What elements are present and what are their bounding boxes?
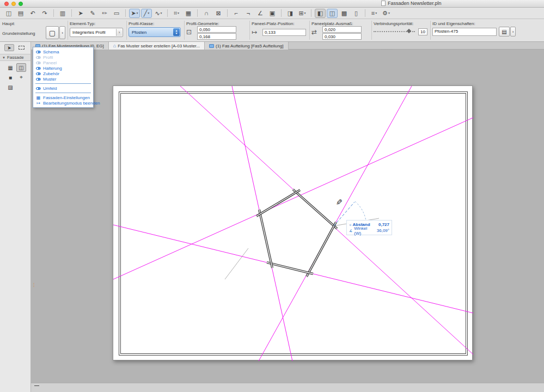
chevron-down-icon: ▾ <box>375 9 377 17</box>
profil-klasse-popup[interactable]: Pfosten ▲▼ <box>129 27 181 37</box>
marquee-tool[interactable] <box>16 44 26 51</box>
image-icon[interactable]: ▩ <box>339 9 350 18</box>
default-settings-chevron-button[interactable]: › <box>59 26 65 39</box>
tracker-distance-value: 0,727 <box>378 222 389 227</box>
gear-icon[interactable]: ⚙▾ <box>381 9 392 18</box>
list-icon[interactable]: ≡▾ <box>369 9 380 18</box>
properties-chevron-button[interactable]: › <box>510 27 516 36</box>
tracker-angle-label: Winkel (W) <box>354 226 375 236</box>
chevron-down-icon: ▾ <box>304 9 306 17</box>
properties-button[interactable]: ▤ <box>499 27 510 36</box>
print-icon[interactable]: ▥ <box>57 9 68 18</box>
chevron-down-icon: ▾ <box>137 9 138 17</box>
chevron-down-icon: ▾ <box>161 9 162 17</box>
eye-icon <box>36 78 41 81</box>
zoom-window-button[interactable] <box>19 2 23 6</box>
marquee-icon <box>19 46 25 50</box>
fassade-profile-tool[interactable]: ◫ <box>16 63 26 72</box>
priority-value-field[interactable]: 10 <box>418 28 427 35</box>
save-icon[interactable]: ◫ <box>3 9 14 18</box>
profil-geometrie-field-1[interactable]: 0,050 <box>197 26 236 33</box>
arrow-select-tool[interactable]: ➤ <box>4 44 14 51</box>
toolbar-separator <box>365 9 365 17</box>
toolbar-separator <box>53 9 54 17</box>
layout-icon <box>209 44 214 48</box>
cursor-arrow-icon[interactable]: ➤ <box>75 9 86 18</box>
grid-snap-icon[interactable]: ⌗▾ <box>171 9 182 18</box>
application-window: Fassaden Newsletter.pln ◫ ▤ ↶ ↷ ▥ ➤ ✎ ✏ … <box>0 0 544 392</box>
profil-geometrie-field-2[interactable]: 0,168 <box>197 33 236 40</box>
palette-item-muster[interactable]: Muster <box>33 76 93 82</box>
toolbox-section-fassade[interactable]: ▼ Fassade <box>0 54 30 61</box>
palette-item-profil[interactable]: Profil <box>33 54 93 60</box>
infobar-divider <box>126 21 127 40</box>
element-typ-dropdown[interactable]: Integriertes Profil › <box>70 28 123 37</box>
tab-muster-selber-erstellen[interactable]: ⌂ Fas Muster selber erstellen [A-03 Must… <box>109 42 205 50</box>
palette-item-umfeld[interactable]: Umfeld <box>33 85 93 91</box>
undo-icon[interactable]: ↶ <box>27 9 38 18</box>
palette-item-fassaden-einstellungen[interactable]: ▦ Fassaden-Einstellungen <box>33 95 93 100</box>
panel-view-icon[interactable]: ◧ <box>315 9 326 18</box>
palette-item-halterung[interactable]: Halterung <box>33 65 93 71</box>
settings-grid-icon: ▦ <box>36 95 41 100</box>
trim-icon[interactable]: ⌐ <box>231 9 242 18</box>
toolbar-separator <box>71 9 72 17</box>
layout-icon[interactable]: ⊞▾ <box>297 9 308 18</box>
id-icon[interactable]: ▣ <box>267 9 278 18</box>
window-title: Fassaden Newsletter.pln <box>388 1 442 6</box>
infobar-divider <box>309 21 310 40</box>
lock-icon[interactable]: ⊠ <box>213 9 224 18</box>
palette-item-schema[interactable]: Schema <box>33 49 93 54</box>
tab-aufteilung[interactable]: (1) Fas Aufteilung [Fas5 Aufteilung] <box>205 42 289 50</box>
eye-icon <box>36 67 41 70</box>
element-id-field[interactable]: Pfosten-475 <box>432 28 497 36</box>
toolbox-sidebar: ➤ ▼ Fassade ▦ ◫ ■ ⌖ ▨ <box>0 42 31 392</box>
priority-slider-handle[interactable] <box>407 29 411 33</box>
info-bar: Haupt: Grundeinstellung ▢ › Element-Typ:… <box>0 19 544 42</box>
snap-icon[interactable]: ∩ <box>201 9 212 18</box>
paneel-platz-field[interactable]: 0,133 <box>262 29 306 36</box>
grundeinstellung-label: Grundeinstellung <box>2 31 35 36</box>
document-icon[interactable]: ▯ <box>351 9 362 18</box>
profil-geometrie-label: Profil-Geometrie: <box>186 21 219 26</box>
toolbar-separator <box>125 9 126 17</box>
palette-item-paneel[interactable]: Paneel <box>33 60 93 65</box>
bottom-scroll-strip[interactable] <box>31 383 544 392</box>
panel-grid-icon[interactable]: ◫ <box>327 9 338 18</box>
redo-icon[interactable]: ↷ <box>39 9 50 18</box>
fassade-scheme-tool[interactable]: ▦ <box>5 63 15 72</box>
drawing-page[interactable]: ◃ Abstand 0,727 ∡ Winkel (W) 36,09° ✏ <box>113 85 473 360</box>
default-settings-button[interactable]: ▢ <box>46 26 59 39</box>
toolbar-separator <box>227 9 228 17</box>
paneelplatz-ausmass-field-2[interactable]: 0,030 <box>322 33 362 40</box>
home-icon: ⌂ <box>113 44 116 48</box>
infobar-divider <box>184 21 185 40</box>
close-window-button[interactable] <box>4 2 9 6</box>
toolbox-section-label: Fassade <box>7 55 24 60</box>
fassade-panel-tool[interactable]: ■ <box>5 73 15 82</box>
palette-item-zubehoer[interactable]: Zubehör <box>33 71 93 76</box>
adjust-icon[interactable]: ¬ <box>243 9 254 18</box>
spline-tool-icon[interactable]: ∿▾ <box>153 9 164 18</box>
stepper-arrows-icon[interactable]: ▲▼ <box>173 28 180 36</box>
paneelplatz-ausmass-field-1[interactable]: 0,020 <box>322 26 362 33</box>
line-tool-icon[interactable]: ╱▾ <box>141 9 152 18</box>
fassade-accessory-tool[interactable]: ⌖ <box>16 73 26 82</box>
open-folder-icon[interactable]: ▤ <box>15 9 26 18</box>
guides-icon[interactable]: ▦ <box>183 9 194 18</box>
toolbar-separator <box>197 9 198 17</box>
edge-marker-icon: ⋮ <box>32 284 36 286</box>
pen-add-icon[interactable]: ✎ <box>87 9 98 18</box>
pen-icon[interactable]: ✏ <box>99 9 110 18</box>
fassade-pattern-tool[interactable]: ▨ <box>5 83 15 91</box>
toolbar-separator <box>281 9 282 17</box>
view-save-icon[interactable]: ◨ <box>285 9 296 18</box>
infobar-divider <box>371 21 372 40</box>
arrow-tool-icon[interactable]: ➤▾ <box>129 9 140 18</box>
angle-icon[interactable]: ∠ <box>255 9 266 18</box>
marquee-icon[interactable]: ▭ <box>111 9 122 18</box>
minimize-window-button[interactable] <box>11 2 16 6</box>
palette-item-bearbeitungsmodus-beenden[interactable]: ↦ Bearbeitungsmodus beenden <box>33 100 93 106</box>
drawing-canvas[interactable]: ◃ Abstand 0,727 ∡ Winkel (W) 36,09° ✏ <box>31 50 544 383</box>
eye-icon <box>36 51 41 53</box>
